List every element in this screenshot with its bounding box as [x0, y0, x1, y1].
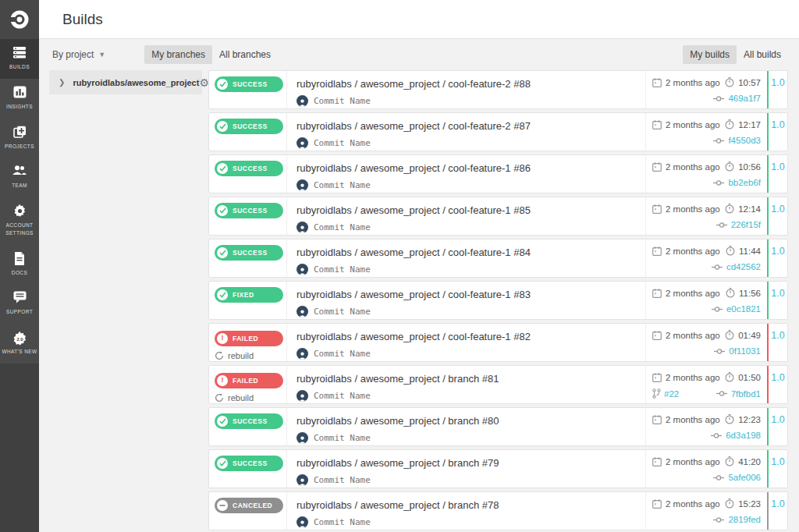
build-row[interactable]: SUCCESSrubyroidlabs / awesome_project / … — [208, 239, 788, 278]
commit-author: Commit Name — [314, 307, 371, 317]
build-row[interactable]: FIXEDrubyroidlabs / awesome_project / co… — [208, 281, 788, 320]
build-row[interactable]: SUCCESSrubyroidlabs / awesome_project / … — [208, 154, 788, 193]
status-badge: SUCCESS — [215, 456, 283, 471]
build-meta-column: 2 months ago12:17f4550d3 — [645, 113, 767, 151]
build-row[interactable]: SUCCESSrubyroidlabs / awesome_project / … — [208, 449, 788, 488]
tab-my-builds[interactable]: My builds — [683, 45, 737, 64]
commit-line: Commit Name — [297, 348, 645, 360]
commit-line: Commit Name — [297, 432, 645, 444]
commit-hash-link[interactable]: 2819fed — [728, 515, 761, 524]
commit-hash-link[interactable]: cd42562 — [726, 262, 761, 271]
commit-hash-link[interactable]: 6d3a198 — [726, 431, 761, 440]
status-badge: SUCCESS — [215, 161, 283, 176]
build-title-link[interactable]: rubyroidlabs / awesome_project / cool-fe… — [297, 331, 645, 342]
svg-text:2.0: 2.0 — [16, 336, 23, 342]
sidebar-item-insights[interactable]: INSIGHTS — [0, 79, 39, 119]
project-row[interactable]: ❯ rubyroidlabs/awesome_project ⚙ — [49, 70, 202, 94]
build-title-link[interactable]: rubyroidlabs / awesome_project / cool-fe… — [297, 162, 645, 174]
commit-hash-link[interactable]: e0c1821 — [726, 304, 761, 314]
platform-version-column: 1.0 — [767, 197, 787, 235]
meta-date-duration: 2 months ago10:57 — [652, 77, 761, 87]
build-meta-column: 2 months ago11:56e0c1821 — [645, 282, 767, 319]
build-title-link[interactable]: rubyroidlabs / awesome_project / branch … — [297, 415, 645, 427]
build-title-link[interactable]: rubyroidlabs / awesome_project / cool-fe… — [297, 289, 645, 300]
commit-hash-link[interactable]: f4550d3 — [728, 136, 761, 145]
circleci-logo-icon — [9, 9, 30, 30]
rebuild-button[interactable]: rebuild — [215, 393, 286, 403]
sidebar-item-projects[interactable]: PROJECTS — [0, 119, 39, 158]
stopwatch-icon — [726, 288, 735, 298]
by-project-label: By project — [52, 49, 94, 60]
sidebar-item-docs[interactable]: DOCS — [0, 245, 39, 285]
build-row[interactable]: !FAILEDrebuildrubyroidlabs / awesome_pro… — [208, 365, 788, 404]
content-area: By project ▼ My branchesAll branches My … — [39, 39, 799, 532]
rebuild-label: rebuild — [228, 351, 254, 360]
status-badge: !FAILED — [215, 373, 283, 388]
status-badge-label: CANCELED — [233, 502, 272, 509]
platform-version-column: 1.0 — [767, 492, 787, 530]
rebuild-button[interactable]: rebuild — [215, 351, 286, 360]
commit-line: Commit Name — [297, 264, 645, 275]
build-status-column: !FAILEDrebuild — [209, 324, 287, 361]
commit-author: Commit Name — [314, 96, 371, 106]
circleci-logo[interactable] — [0, 0, 39, 39]
pull-request-link[interactable]: #22 — [664, 389, 679, 399]
build-status-column: SUCCESS — [209, 197, 287, 235]
status-success-icon — [217, 205, 228, 216]
build-row[interactable]: SUCCESSrubyroidlabs / awesome_project / … — [208, 407, 788, 446]
sidebar-item-settings[interactable]: ACCOUNT SETTINGS — [0, 197, 39, 245]
build-title-link[interactable]: rubyroidlabs / awesome_project / cool-fe… — [297, 120, 645, 132]
build-row[interactable]: SUCCESSrubyroidlabs / awesome_project / … — [208, 197, 788, 236]
builds-list: SUCCESSrubyroidlabs / awesome_project / … — [208, 70, 788, 532]
filter-bar: By project ▼ My branchesAll branches My … — [49, 45, 788, 64]
commit-hash-link[interactable]: bb2eb6f — [728, 178, 761, 187]
build-row[interactable]: !FAILEDrebuildrubyroidlabs / awesome_pro… — [208, 323, 788, 362]
build-title-link[interactable]: rubyroidlabs / awesome_project / cool-fe… — [297, 78, 645, 90]
avatar — [297, 474, 308, 486]
rebuild-arrow-icon — [215, 393, 224, 403]
commit-hash-link[interactable]: 5afe006 — [728, 473, 761, 482]
sidebar-item-builds[interactable]: BUILDS — [0, 39, 39, 79]
git-commit-icon — [713, 95, 724, 102]
status-success-icon — [217, 163, 228, 174]
build-meta-column: 2 months ago01:490f11031 — [645, 324, 767, 361]
build-title-link[interactable]: rubyroidlabs / awesome_project / branch … — [297, 457, 645, 469]
insights-chart-icon — [2, 86, 37, 100]
builds-list-icon — [2, 46, 37, 60]
sidebar-item-team[interactable]: TEAM — [0, 158, 39, 197]
expand-chevron-icon[interactable]: ❯ — [59, 78, 65, 87]
body-row: ❯ rubyroidlabs/awesome_project ⚙ SUCCESS… — [49, 70, 788, 532]
build-title-link[interactable]: rubyroidlabs / awesome_project / cool-fe… — [297, 246, 645, 258]
build-meta-column: 2 months ago12:236d3a198 — [645, 408, 767, 445]
build-row[interactable]: SUCCESSrubyroidlabs / awesome_project / … — [208, 70, 788, 109]
build-title-link[interactable]: rubyroidlabs / awesome_project / branch … — [297, 373, 645, 385]
build-tabs: My buildsAll builds — [683, 45, 788, 64]
avatar — [297, 137, 308, 149]
tab-all-branches[interactable]: All branches — [212, 45, 278, 64]
sidebar-filler — [0, 364, 39, 532]
build-row[interactable]: SUCCESSrubyroidlabs / awesome_project / … — [208, 112, 788, 151]
commit-hash-link[interactable]: 226f15f — [731, 220, 761, 229]
avatar — [297, 179, 308, 191]
tab-all-builds[interactable]: All builds — [737, 45, 788, 64]
sidebar-item-whats-new[interactable]: 2.0WHAT'S NEW — [0, 324, 39, 364]
sidebar-item-support[interactable]: SUPPORT — [0, 284, 39, 324]
build-title-link[interactable]: rubyroidlabs / awesome_project / cool-fe… — [297, 204, 645, 216]
by-project-dropdown[interactable]: By project ▼ — [49, 45, 108, 64]
build-row[interactable]: CANCELEDrubyroidlabs / awesome_project /… — [208, 491, 788, 530]
main-area: Builds By project ▼ My branchesAll branc… — [39, 0, 799, 532]
avatar — [297, 348, 308, 360]
tab-my-branches[interactable]: My branches — [144, 45, 212, 64]
commit-hash-link[interactable]: 469a1f7 — [728, 94, 761, 103]
meta-commit-line: f4550d3 — [652, 136, 761, 145]
build-meta-column: 2 months ago10:56bb2eb6f — [645, 155, 767, 193]
avatar — [297, 390, 308, 402]
gear-icon — [2, 204, 37, 218]
build-title-link[interactable]: rubyroidlabs / awesome_project / branch … — [297, 499, 645, 511]
status-badge: !FAILED — [215, 331, 283, 346]
git-commit-icon — [713, 516, 724, 523]
sidebar-item-label: BUILDS — [2, 63, 37, 71]
commit-hash-link[interactable]: 7fbfbd1 — [731, 389, 761, 399]
commit-hash-link[interactable]: 0f11031 — [729, 346, 761, 356]
commit-line: Commit Name — [297, 516, 645, 528]
